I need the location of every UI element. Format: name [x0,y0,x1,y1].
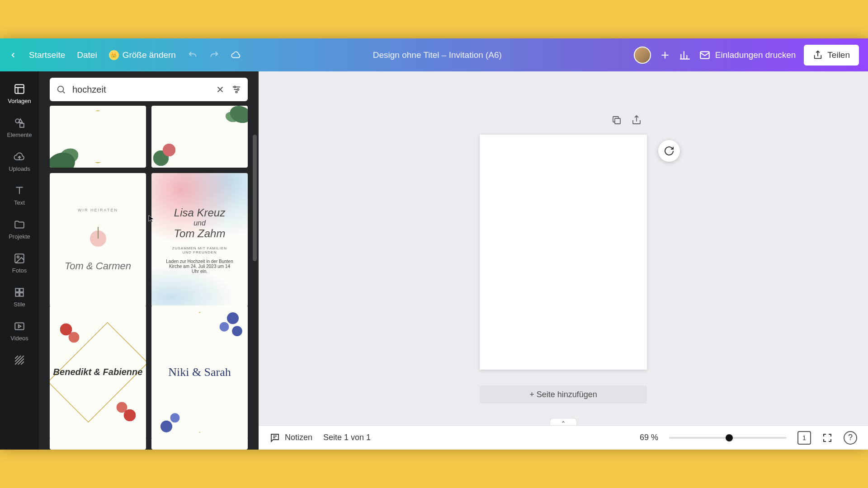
rail-projects[interactable]: Projekte [0,212,39,246]
projects-icon [14,219,25,230]
canvas-page[interactable] [480,135,647,370]
template-card[interactable] [50,437,146,450]
export-page-icon[interactable] [631,115,642,126]
redo-icon[interactable] [209,50,219,60]
share-label: Teilen [827,50,850,60]
page-indicator: Seite 1 von 1 [323,433,371,442]
clear-icon[interactable] [215,84,225,94]
rail-uploads[interactable]: Uploads [0,145,39,178]
crown-icon: 👑 [109,50,119,60]
home-link[interactable]: Startseite [29,50,65,60]
add-member-icon[interactable] [659,49,671,61]
rail-templates-label: Vorlagen [8,98,31,104]
svg-point-14 [236,91,237,93]
template-card[interactable]: Benedikt & Fabienne [50,305,146,439]
template-card[interactable] [151,106,248,168]
canvas-area: + Seite hinzufügen Notizen Seite 1 von 1… [259,71,868,450]
footer-bar: Notizen Seite 1 von 1 69 % 1 ? [259,425,868,450]
panel-scrollbar[interactable] [253,135,257,261]
print-button[interactable]: Einladungen drucken [699,49,796,61]
share-icon [813,50,823,60]
refresh-icon [664,145,675,156]
videos-icon [14,320,25,332]
rail-text-label: Text [14,199,25,206]
resize-button[interactable]: 👑 Größe ändern [109,50,176,60]
background-icon [14,354,25,366]
templates-panel: WIR HEIRATEN Tom & Carmen Lisa Kreuz und… [39,71,259,450]
back-icon[interactable] [9,51,17,59]
templates-grid[interactable]: WIR HEIRATEN Tom & Carmen Lisa Kreuz und… [39,106,259,450]
duplicate-page-icon[interactable] [611,115,622,126]
notes-icon [269,432,280,443]
file-menu[interactable]: Datei [77,50,97,60]
resize-label: Größe ändern [123,50,176,60]
rail-elements-label: Elemente [7,131,32,138]
cloud-sync-icon[interactable] [231,50,241,60]
zoom-thumb[interactable] [726,434,733,441]
refresh-button[interactable] [658,140,680,162]
filter-icon[interactable] [231,84,241,94]
rail-styles[interactable]: Stile [0,280,39,314]
photos-icon [14,253,25,264]
rail-background[interactable] [0,348,39,372]
elements-icon [14,117,25,129]
template-card[interactable]: Niki & Sarah [151,305,248,439]
zoom-slider[interactable] [669,437,787,439]
rail-projects-label: Projekte [9,233,30,240]
templates-icon [14,83,25,95]
print-label: Einladungen drucken [715,50,796,60]
add-page-button[interactable]: + Seite hinzufügen [480,385,647,404]
search-icon [56,84,66,94]
svg-rect-1 [15,84,24,94]
svg-rect-10 [15,323,24,329]
page-tools [611,115,642,126]
svg-point-12 [234,86,236,88]
svg-rect-3 [20,123,24,127]
svg-point-5 [17,256,19,258]
rail-elements[interactable]: Elemente [0,111,39,145]
side-rail: Vorlagen Elemente Uploads Text Projekte … [0,71,39,450]
rail-styles-label: Stile [14,301,25,308]
svg-rect-7 [20,288,24,292]
search-input[interactable] [72,84,209,95]
template-card[interactable]: WIR HEIRATEN Tom & Carmen [50,173,146,307]
zoom-label: 69 % [640,433,658,442]
document-title[interactable]: Design ohne Titel – Invitation (A6) [373,50,502,60]
user-avatar[interactable] [634,47,651,64]
text-icon [14,185,25,197]
rail-videos-label: Videos [10,335,28,342]
page-drawer-icon[interactable] [550,418,577,425]
svg-rect-6 [15,288,19,292]
top-header: Startseite Datei 👑 Größe ändern Design o… [0,38,868,71]
styles-icon [14,286,25,298]
svg-point-13 [237,89,239,90]
template-card[interactable]: Lisa Kreuz und Tom Zahm ZUSAMMEN MIT FAM… [151,173,248,307]
fullscreen-icon[interactable] [822,432,833,443]
svg-rect-8 [15,293,19,296]
help-button[interactable]: ? [844,431,857,445]
rail-text[interactable]: Text [0,178,39,212]
notes-button[interactable]: Notizen [269,432,312,443]
svg-rect-9 [20,293,24,296]
insights-icon[interactable] [679,49,691,61]
undo-icon[interactable] [188,50,198,60]
rail-videos[interactable]: Videos [0,314,39,348]
uploads-icon [14,151,25,163]
page-count[interactable]: 1 [797,431,811,445]
template-card[interactable] [151,437,248,450]
mail-icon [699,49,711,61]
share-button[interactable]: Teilen [804,45,859,66]
svg-rect-15 [615,118,620,124]
rail-photos-label: Fotos [12,267,27,274]
search-row [50,78,248,101]
rail-uploads-label: Uploads [9,165,30,172]
svg-point-11 [58,86,64,92]
rail-templates[interactable]: Vorlagen [0,77,39,111]
rail-photos[interactable]: Fotos [0,246,39,280]
template-card[interactable] [50,106,146,168]
